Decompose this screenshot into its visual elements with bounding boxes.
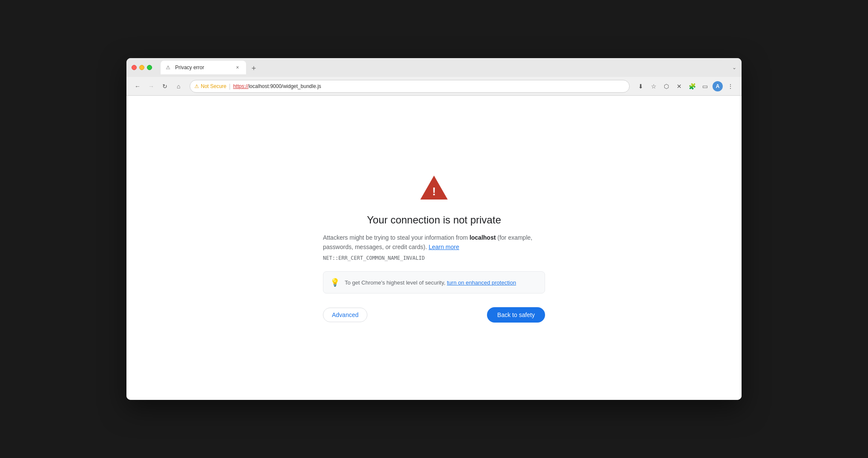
tab-favicon-icon: ⚠ bbox=[166, 65, 172, 70]
active-tab[interactable]: ⚠ Privacy error × bbox=[161, 61, 246, 74]
bookmark-icon[interactable]: ☆ bbox=[648, 80, 660, 92]
back-to-safety-button[interactable]: Back to safety bbox=[487, 307, 545, 323]
tab-close-button[interactable]: × bbox=[234, 64, 241, 71]
warning-triangle-icon: ! bbox=[419, 173, 449, 204]
new-tab-button[interactable]: + bbox=[248, 62, 260, 74]
enhanced-protection-link[interactable]: turn on enhanced protection bbox=[447, 279, 516, 286]
extension-icon[interactable]: ⬡ bbox=[660, 80, 672, 92]
profile-avatar: A bbox=[713, 81, 723, 91]
hostname: localhost bbox=[469, 234, 496, 241]
tab-bar: ⚠ Privacy error × + bbox=[161, 61, 729, 74]
reload-button[interactable]: ↻ bbox=[159, 80, 171, 92]
error-container: ! Your connection is not private Attacke… bbox=[314, 156, 554, 340]
address-url: https://localhost:9000/widget_bundle.js bbox=[233, 83, 625, 89]
not-secure-indicator[interactable]: ⚠ Not Secure bbox=[194, 83, 226, 89]
url-host: localhost:9000/widget_bundle.js bbox=[249, 83, 321, 89]
download-icon[interactable]: ⬇ bbox=[635, 80, 647, 92]
error-code: NET::ERR_CERT_COMMON_NAME_INVALID bbox=[323, 255, 545, 261]
minimize-window-button[interactable] bbox=[139, 65, 144, 70]
error-title: Your connection is not private bbox=[367, 214, 501, 226]
forward-button[interactable]: → bbox=[145, 80, 157, 92]
extensions-icon[interactable]: 🧩 bbox=[686, 80, 698, 92]
close-tab-icon[interactable]: ✕ bbox=[673, 80, 685, 92]
traffic-lights bbox=[132, 65, 152, 70]
address-bar[interactable]: ⚠ Not Secure | https://localhost:9000/wi… bbox=[190, 80, 630, 93]
advanced-button[interactable]: Advanced bbox=[323, 308, 367, 322]
address-divider: | bbox=[229, 83, 231, 90]
nav-bar: ← → ↻ ⌂ ⚠ Not Secure | https://localhost… bbox=[126, 77, 742, 96]
url-secure-part: https:// bbox=[233, 83, 249, 89]
browser-window: ⚠ Privacy error × + ⌄ ← → ↻ ⌂ ⚠ Not Secu… bbox=[126, 58, 742, 400]
svg-text:!: ! bbox=[432, 185, 436, 198]
home-button[interactable]: ⌂ bbox=[173, 80, 185, 92]
security-tip-label: To get Chrome's highest level of securit… bbox=[345, 279, 447, 286]
back-button[interactable]: ← bbox=[132, 80, 144, 92]
security-tip-text: To get Chrome's highest level of securit… bbox=[345, 279, 516, 286]
action-buttons: Advanced Back to safety bbox=[323, 307, 545, 323]
avatar[interactable]: A bbox=[712, 80, 724, 92]
page-content: ! Your connection is not private Attacke… bbox=[126, 96, 742, 400]
cast-icon[interactable]: ▭ bbox=[699, 80, 711, 92]
title-bar: ⚠ Privacy error × + ⌄ bbox=[126, 58, 742, 77]
not-secure-label: Not Secure bbox=[201, 83, 226, 89]
security-tip-box: 💡 To get Chrome's highest level of secur… bbox=[323, 271, 545, 294]
collapse-button[interactable]: ⌄ bbox=[732, 65, 736, 70]
bulb-icon: 💡 bbox=[330, 278, 340, 287]
learn-more-link[interactable]: Learn more bbox=[428, 244, 459, 250]
error-description: Attackers might be trying to steal your … bbox=[323, 233, 545, 252]
warning-icon: ⚠ bbox=[194, 83, 199, 89]
toolbar-icons: ⬇ ☆ ⬡ ✕ 🧩 ▭ A ⋮ bbox=[635, 80, 736, 92]
description-start: Attackers might be trying to steal your … bbox=[323, 234, 469, 241]
menu-icon[interactable]: ⋮ bbox=[724, 80, 736, 92]
close-window-button[interactable] bbox=[132, 65, 137, 70]
maximize-window-button[interactable] bbox=[147, 65, 152, 70]
tab-title: Privacy error bbox=[175, 65, 231, 70]
